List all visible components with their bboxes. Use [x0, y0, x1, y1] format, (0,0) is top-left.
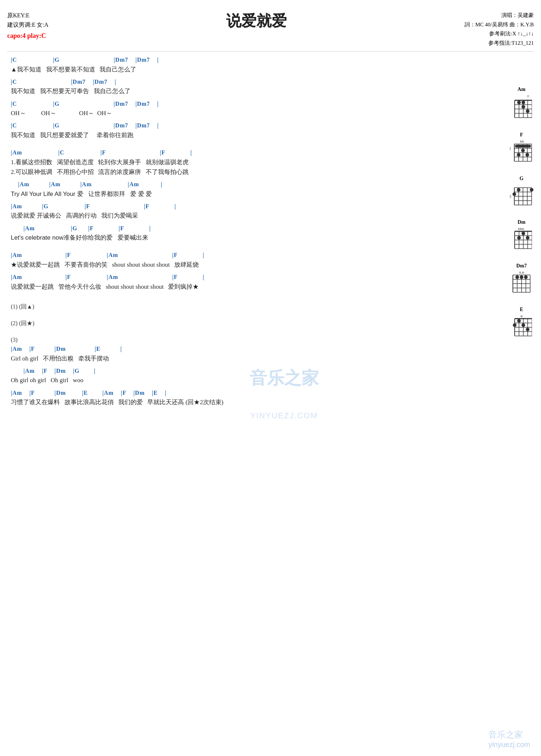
logo-bottom: 音乐之家 yinyuezj.com — [488, 729, 530, 749]
section-8: |Am |G |F |F | Let's celebrate now准备好你给我… — [7, 224, 476, 243]
lyric-line-8: Let's celebrate now准备好你给我的爱 爱要喊出来 — [7, 233, 476, 242]
e-grid — [511, 318, 532, 339]
singer-info: 演唱：吴建豪 — [465, 11, 534, 20]
section-1: |C |G |Dm7 |Dm7 | ▲我不知道 我不想要装不知道 我自己怎么了 — [7, 55, 476, 74]
lyric-line-7: 说爱就爱 开诚佈公 高调的行动 我们为爱喝采 — [7, 211, 476, 220]
lyric-line-5a: 1.看腻这些招数 渴望创造态度 轮到你大展身手 就别做温驯老虎 — [7, 157, 476, 167]
lyric-info: 詞：MC 40/吴易纬 曲：K.Y.B — [465, 20, 534, 30]
chord-line-7: |Am |G |F |F | — [7, 202, 476, 211]
svg-point-79 — [517, 319, 521, 323]
lyric-line-6: Try All Your Life All Your 爱 让世界都崇拜 爱 爱 … — [7, 189, 476, 199]
svg-point-13 — [526, 109, 529, 113]
svg-point-67 — [520, 275, 523, 279]
lyric-line-9: ★说爱就爱一起跳 不要吝啬你的笑 shout shout shout shout… — [7, 260, 476, 270]
chord-f: F xx 1 — [509, 132, 534, 166]
chord-line-1: |C |G |Dm7 |Dm7 | — [7, 55, 476, 65]
chord-g: G 3 — [509, 176, 534, 209]
svg-point-80 — [522, 323, 525, 327]
watermark-en: YINYUEZJ.COM — [250, 411, 318, 420]
chord-line-6: |Am |Am |Am |Am | — [7, 180, 476, 189]
singer-label: 演唱： — [501, 12, 518, 18]
song-title: 说爱就爱 — [48, 11, 465, 31]
header-right: 演唱：吴建豪 詞：MC 40/吴易纬 曲：K.Y.B 参考刷法:X ↑↓_↓↑↓… — [465, 11, 534, 48]
svg-point-10 — [517, 101, 521, 104]
svg-point-82 — [526, 328, 529, 331]
main-content: |C |G |Dm7 |Dm7 | ▲我不知道 我不想要装不知道 我自己怎么了 … — [7, 55, 476, 407]
chord-am: Am ○ — [509, 87, 534, 122]
chord-line-4: |C |G |Dm7 |Dm7 | — [7, 121, 476, 130]
chord-dm7: Dm7 x.o — [509, 263, 534, 297]
chord-diagrams: Am ○ — [509, 87, 534, 340]
svg-text:1: 1 — [509, 146, 511, 150]
dm-grid — [511, 231, 532, 252]
note-2: (2) (回★) — [7, 319, 476, 328]
break-5 — [7, 328, 476, 333]
svg-point-53 — [522, 232, 525, 235]
section-2: |C |Dm7 |Dm7 | 我不知道 我不想要无可奉告 我自己怎么了 — [7, 77, 476, 96]
lyric-line-5b: 2.可以眼神低调 不用担心中招 流言的浓度麻痹 不了我每拍心跳 — [7, 167, 476, 177]
note-1: (1) (回▲) — [7, 302, 476, 311]
chord-line-10: |Am |F |Am |F | — [7, 272, 476, 282]
logo-bottom-en: yinyuezj.com — [488, 740, 530, 749]
break-1 — [7, 143, 476, 148]
svg-point-27 — [517, 153, 520, 157]
lyric-line-4: 我不知道 我只想要爱就爱了 牵着你往前跑 — [7, 130, 476, 140]
svg-point-12 — [522, 105, 525, 109]
dm7-grid — [509, 274, 534, 295]
svg-point-41 — [530, 188, 533, 192]
break-2 — [7, 245, 476, 250]
svg-rect-25 — [515, 145, 531, 148]
svg-point-26 — [521, 149, 525, 152]
chord-line-2: |C |Dm7 |Dm7 | — [7, 77, 476, 87]
svg-point-42 — [513, 192, 516, 196]
f-grid: 1 — [509, 143, 534, 164]
section-9: |Am |F |Am |F | ★说爱就爱一起跳 不要吝啬你的笑 shout s… — [7, 250, 476, 270]
chord-dm: Dm xxo — [509, 219, 534, 253]
section-12: |Am |F |Dm |G | Oh girl oh girl Oh girl … — [7, 366, 476, 385]
finger-info: 参考指法:T123_121 — [465, 39, 534, 48]
svg-point-28 — [525, 153, 529, 157]
break-3 — [7, 294, 476, 300]
lyric-line-12: Oh girl oh girl Oh girl woo — [7, 375, 476, 385]
header-left: 原KEY:E 建议男调:E 女:A capo:4 play:C — [7, 11, 48, 41]
chord-line-11: |Am |F |Dm |E | — [7, 344, 476, 354]
header-divider — [7, 51, 534, 52]
chord-line-13: |Am |F |Dm |E |Am |F |Dm |E | — [7, 388, 476, 398]
note-3: (3) — [7, 336, 476, 344]
lyric-line-1: ▲我不知道 我不想要装不知道 我自己怎么了 — [7, 65, 476, 74]
svg-point-81 — [513, 323, 516, 327]
break-4 — [7, 311, 476, 316]
svg-point-66 — [515, 275, 519, 279]
lyric-line-11: Girl oh girl 不用怕出糗 牵我手摆动 — [7, 354, 476, 363]
chord-e: E o — [509, 307, 534, 340]
g-grid: 3 — [509, 187, 534, 208]
section-10: |Am |F |Am |F | 说爱就爱一起跳 管他今天什么妆 shout sh… — [7, 272, 476, 292]
svg-point-11 — [522, 101, 525, 104]
suggest-info: 建议男调:E 女:A — [7, 20, 48, 30]
chord-line-5: |Am |C |F |F | — [7, 148, 476, 157]
section-3: |C |G |Dm7 |Dm7 | OH～ OH～ OH～ OH～ — [7, 99, 476, 118]
chord-line-8: |Am |G |F |F | — [7, 224, 476, 233]
strum-info: 参考刷法:X ↑↓_↓↑↓ — [465, 29, 534, 39]
capo-info: capo:4 play:C — [7, 31, 48, 41]
lyric-line-2: 我不知道 我不想要无可奉告 我自己怎么了 — [7, 86, 476, 96]
section-5: |Am |C |F |F | 1.看腻这些招数 渴望创造态度 轮到你大展身手 就… — [7, 148, 476, 177]
chord-line-3: |C |G |Dm7 |Dm7 | — [7, 99, 476, 109]
section-4: |C |G |Dm7 |Dm7 | 我不知道 我只想要爱就爱了 牵着你往前跑 — [7, 121, 476, 140]
svg-point-40 — [517, 188, 520, 192]
logo-bottom-cn: 音乐之家 — [488, 729, 530, 740]
section-13: |Am |F |Dm |E |Am |F |Dm |E | 习惯了谁又在爆料 故… — [7, 388, 476, 407]
header: 原KEY:E 建议男调:E 女:A capo:4 play:C 说爱就爱 演唱：… — [7, 11, 534, 48]
lyric-line-10: 说爱就爱一起跳 管他今天什么妆 shout shout shout shout … — [7, 282, 476, 292]
chord-line-12: |Am |F |Dm |G | — [7, 366, 476, 376]
section-7: |Am |G |F |F | 说爱就爱 开诚佈公 高调的行动 我们为爱喝采 — [7, 202, 476, 221]
svg-point-55 — [526, 236, 529, 240]
header-center: 说爱就爱 — [48, 11, 465, 31]
svg-text:3: 3 — [509, 194, 511, 198]
section-6: |Am |Am |Am |Am | Try All Your Life All … — [7, 180, 476, 199]
page: 音乐之家 YINYUEZJ.COM 原KEY:E 建议男调:E 女:A capo… — [0, 0, 541, 756]
singer: 吴建豪 — [518, 12, 534, 18]
lyric-line-13: 习惯了谁又在爆料 故事比浪高比花俏 我们的爱 早就比天还高 (回★2次结束) — [7, 397, 476, 407]
am-grid — [511, 100, 532, 121]
lyric-line-3: OH～ OH～ OH～ OH～ — [7, 108, 476, 118]
